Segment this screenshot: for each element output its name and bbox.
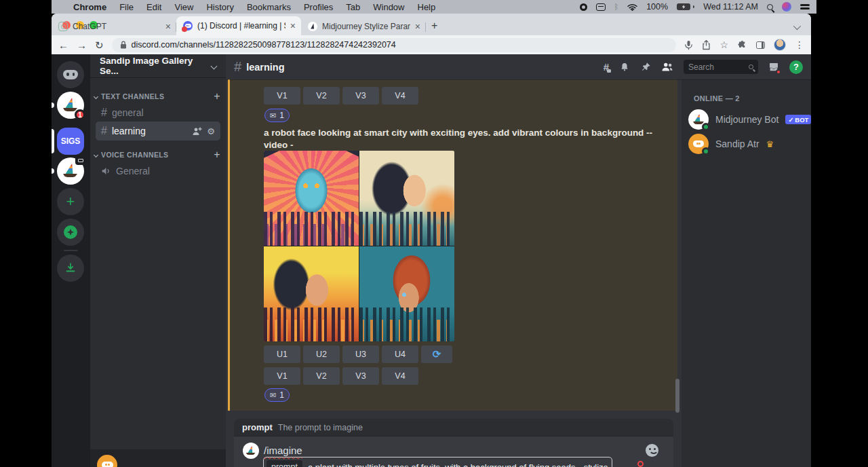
wifi-icon[interactable] — [627, 3, 637, 11]
menu-bar-clock[interactable]: Wed 11:12 AM — [703, 2, 758, 12]
browser-profile-avatar[interactable] — [774, 39, 786, 51]
record-indicator-icon — [637, 461, 644, 467]
extensions-puzzle-icon[interactable] — [737, 40, 747, 50]
midjourney-bot-avatar[interactable] — [688, 109, 709, 130]
create-channel-button[interactable]: + — [214, 90, 220, 102]
browser-menu-kebab-icon[interactable]: ⋮ — [795, 39, 804, 50]
close-tab-icon[interactable]: × — [290, 21, 296, 31]
generated-image-2[interactable] — [359, 151, 454, 246]
slash-command-option-hint[interactable]: prompt The prompt to imagine — [234, 419, 673, 436]
tab-chatgpt[interactable]: ChatGPT × — [52, 18, 176, 35]
battery-percent: 100% — [646, 2, 668, 12]
generated-image-4[interactable] — [359, 246, 454, 341]
server-sailboat-1[interactable]: 1 — [57, 92, 84, 119]
sidebar-item-voice-general[interactable]: General — [96, 162, 220, 181]
spotlight-search-icon[interactable] — [767, 4, 773, 10]
menu-history[interactable]: History — [206, 2, 233, 12]
reroll-button[interactable]: ⟳ — [421, 345, 452, 363]
menu-profiles[interactable]: Profiles — [304, 2, 333, 12]
gear-icon[interactable]: ⚙ — [207, 126, 215, 136]
v4-button[interactable]: V4 — [382, 87, 418, 105]
v4-button[interactable]: V4 — [382, 367, 418, 385]
tab-title: Midjourney Stylize Parameter — [322, 22, 410, 31]
browser-toolbar: ← → ↻ discord.com/channels/1128282250098… — [52, 35, 811, 54]
member-list-icon[interactable] — [661, 62, 673, 72]
back-button[interactable]: ← — [58, 40, 68, 50]
u4-button[interactable]: U4 — [382, 345, 418, 363]
control-center-icon[interactable] — [800, 4, 810, 10]
menu-tab[interactable]: Tab — [346, 2, 360, 12]
member-sandip-atr[interactable]: Sandip Atr ♛ — [688, 132, 806, 155]
tab-search-chevron-icon[interactable] — [793, 22, 801, 30]
u3-button[interactable]: U3 — [342, 345, 379, 363]
chat-scrollbar[interactable] — [675, 379, 679, 413]
imagine-command-text[interactable]: /imagine — [264, 445, 302, 456]
voice-search-icon[interactable] — [684, 40, 693, 50]
side-panel-icon[interactable] — [756, 41, 765, 49]
envelope-reaction[interactable]: ✉ 1 — [264, 109, 290, 122]
sandip-avatar[interactable] — [688, 134, 709, 154]
generated-image-1[interactable] — [264, 151, 359, 246]
explore-servers-button[interactable] — [57, 219, 84, 246]
search-input[interactable]: Search — [684, 60, 758, 74]
inbox-button[interactable] — [768, 62, 779, 73]
close-tab-icon[interactable]: × — [165, 22, 171, 31]
tab-midjourney-docs[interactable]: Midjourney Stylize Parameter × — [301, 18, 426, 35]
server-header[interactable]: Sandip Image Gallery Se... — [90, 54, 226, 77]
category-text-channels[interactable]: TEXT CHANNELS + — [94, 90, 220, 103]
server-sailboat-2[interactable] — [57, 157, 84, 185]
share-icon[interactable] — [702, 40, 711, 50]
v1-button[interactable]: V1 — [264, 87, 300, 105]
discord-logo-icon — [693, 141, 704, 147]
discord-home-button[interactable] — [57, 61, 84, 88]
sidebar-item-general[interactable]: # general — [96, 103, 220, 122]
invite-people-icon[interactable] — [192, 127, 202, 136]
v3-button[interactable]: V3 — [342, 87, 379, 105]
v2-button[interactable]: V2 — [303, 87, 340, 105]
menu-window[interactable]: Window — [373, 2, 404, 12]
download-apps-button[interactable] — [57, 255, 84, 282]
add-server-button[interactable]: + — [57, 188, 84, 215]
generated-image-3[interactable] — [264, 246, 359, 341]
server-sigs[interactable]: SIGS — [57, 128, 84, 155]
menu-view[interactable]: View — [174, 2, 193, 12]
display-icon[interactable] — [596, 3, 606, 11]
bookmark-star-icon[interactable]: ☆ — [719, 39, 728, 50]
sidebar-item-learning[interactable]: # learning ⚙ — [96, 122, 220, 141]
u1-button[interactable]: U1 — [264, 345, 300, 363]
screen-record-icon[interactable] — [580, 3, 587, 11]
bluetooth-icon[interactable]: ᛒ — [614, 3, 619, 11]
menu-file[interactable]: File — [119, 2, 134, 12]
v2-button[interactable]: V2 — [303, 367, 340, 385]
forward-button[interactable]: → — [77, 40, 87, 50]
tab-discord[interactable]: (1) Discord | #learning | Sandi × — [176, 16, 301, 35]
notifications-bell-icon[interactable] — [619, 62, 630, 73]
help-button[interactable]: ? — [789, 60, 803, 74]
menu-help[interactable]: Help — [418, 2, 436, 12]
lock-icon[interactable] — [120, 41, 127, 49]
reload-button[interactable]: ↻ — [95, 40, 104, 50]
midjourney-image-grid[interactable] — [264, 151, 454, 341]
v1-button[interactable]: V1 — [264, 367, 300, 385]
message-input[interactable]: /imagine prompt a plant with multiple ty… — [234, 436, 673, 467]
create-channel-button[interactable]: + — [214, 149, 220, 161]
category-voice-channels[interactable]: VOICE CHANNELS + — [94, 148, 220, 162]
v3-button[interactable]: V3 — [342, 367, 379, 385]
threads-icon[interactable]: # — [604, 62, 609, 72]
new-tab-button[interactable]: + — [431, 20, 437, 32]
address-bar[interactable]: discord.com/channels/1128282250098778123… — [112, 38, 677, 52]
siri-icon[interactable] — [782, 2, 791, 12]
prompt-option-field[interactable]: prompt a plant with multiple types of fr… — [263, 457, 612, 467]
prompt-field-value[interactable]: a plant with multiple types of fruits, w… — [308, 462, 609, 467]
member-midjourney-bot[interactable]: Midjourney Bot ✓BOT — [688, 108, 806, 131]
menu-edit[interactable]: Edit — [146, 2, 161, 12]
envelope-reaction[interactable]: ✉ 1 — [264, 388, 290, 402]
menu-chrome[interactable]: Chrome — [73, 2, 106, 12]
chatgpt-favicon — [58, 22, 68, 31]
close-tab-icon[interactable]: × — [415, 22, 420, 31]
pinned-messages-icon[interactable] — [640, 62, 651, 73]
menu-bookmarks[interactable]: Bookmarks — [247, 2, 291, 12]
user-avatar[interactable] — [97, 455, 117, 467]
emoji-picker-icon[interactable] — [646, 444, 658, 457]
u2-button[interactable]: U2 — [303, 345, 340, 363]
